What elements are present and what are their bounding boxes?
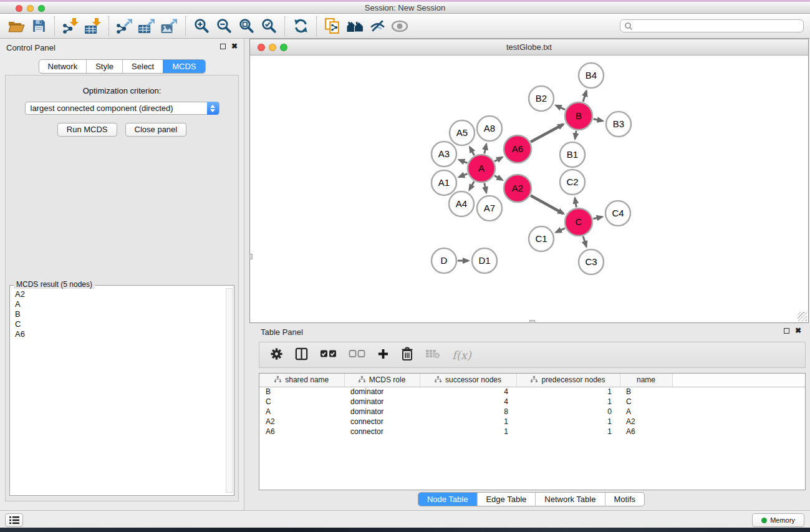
duplicate-network-icon[interactable] xyxy=(321,16,344,37)
graph-edge-B-B1[interactable] xyxy=(575,131,576,139)
tab-mcds[interactable]: MCDS xyxy=(163,60,205,73)
result-item[interactable]: C xyxy=(15,319,223,329)
table-cell[interactable]: dominator xyxy=(344,397,420,407)
graph-node-D[interactable]: D xyxy=(432,248,456,273)
graph-node-A5[interactable]: A5 xyxy=(450,120,475,145)
graph-node-A7[interactable]: A7 xyxy=(477,196,502,221)
graph-node-A8[interactable]: A8 xyxy=(477,116,502,141)
open-session-icon[interactable] xyxy=(5,16,27,37)
close-panel-icon[interactable]: ✖ xyxy=(795,327,801,334)
criterion-select[interactable]: largest connected component (directed) xyxy=(25,102,219,115)
result-item[interactable]: A xyxy=(15,299,223,309)
zoom-selected-icon[interactable] xyxy=(258,16,280,37)
graph-edge-A-A4[interactable] xyxy=(470,181,475,190)
graph-node-D1[interactable]: D1 xyxy=(472,248,497,273)
search-field[interactable] xyxy=(620,19,804,32)
graph-edge-A-A6[interactable] xyxy=(494,157,502,161)
tab-style[interactable]: Style xyxy=(86,60,122,73)
graph-node-A2[interactable]: A2 xyxy=(504,175,531,202)
result-item[interactable]: B xyxy=(15,309,223,319)
save-session-icon[interactable] xyxy=(27,16,50,37)
column-header-successor-nodes[interactable]: successor nodes xyxy=(420,374,516,387)
show-columns-icon[interactable] xyxy=(295,347,308,363)
tab-network[interactable]: Network xyxy=(39,60,86,73)
delete-column-icon[interactable] xyxy=(401,347,413,363)
graph-edge-A-A1[interactable] xyxy=(459,174,467,177)
graph-edge-A-A3[interactable] xyxy=(459,160,467,163)
mcds-result-list[interactable]: A2ABCA6 xyxy=(12,289,223,493)
table-cell[interactable]: 4 xyxy=(420,397,516,407)
graph-node-C1[interactable]: C1 xyxy=(529,226,554,251)
graph-edge-C-C2[interactable] xyxy=(575,198,576,208)
table-row[interactable]: Bdominator41B xyxy=(259,387,805,397)
refresh-layout-icon[interactable] xyxy=(289,16,312,37)
table-cell[interactable]: 1 xyxy=(516,427,620,437)
import-network-icon[interactable] xyxy=(59,16,82,37)
table-cell[interactable]: connector xyxy=(344,427,420,437)
graph-node-A4[interactable]: A4 xyxy=(449,191,474,216)
table-cell[interactable]: A xyxy=(620,407,672,417)
memory-button[interactable]: Memory xyxy=(752,513,804,527)
graph-edge-A-A8[interactable] xyxy=(485,144,486,153)
result-scrollbar[interactable] xyxy=(226,288,233,493)
tab-network-table[interactable]: Network Table xyxy=(535,493,604,506)
table-cell[interactable]: connector xyxy=(344,417,420,427)
table-cell[interactable]: 8 xyxy=(420,407,516,417)
node-table[interactable]: shared nameMCDS rolesuccessor nodesprede… xyxy=(259,373,806,490)
table-cell[interactable]: 1 xyxy=(516,417,620,427)
close-panel-button[interactable]: Close panel xyxy=(125,123,187,137)
table-cell[interactable]: A xyxy=(259,407,344,417)
window-grip[interactable] xyxy=(249,254,253,259)
run-mcds-button[interactable]: Run MCDS xyxy=(57,123,117,137)
table-cell[interactable]: 1 xyxy=(420,427,516,437)
table-cell[interactable]: 0 xyxy=(516,407,620,417)
graph-node-C2[interactable]: C2 xyxy=(560,170,585,195)
zoom-in-icon[interactable] xyxy=(190,16,213,37)
table-cell[interactable]: B xyxy=(620,387,672,397)
window-grip[interactable] xyxy=(529,320,535,323)
tab-motifs[interactable]: Motifs xyxy=(604,493,644,506)
table-cell[interactable]: B xyxy=(259,387,344,397)
table-cell[interactable]: A2 xyxy=(620,417,672,427)
table-cell[interactable]: A6 xyxy=(620,427,672,437)
graph-node-B1[interactable]: B1 xyxy=(560,142,585,167)
table-row[interactable]: Cdominator41C xyxy=(259,397,805,407)
select-all-icon[interactable] xyxy=(320,349,337,360)
float-panel-icon[interactable] xyxy=(220,44,226,49)
export-table-icon[interactable] xyxy=(136,16,158,37)
graph-edge-C-C3[interactable] xyxy=(583,236,586,246)
graph-node-A1[interactable]: A1 xyxy=(432,170,456,195)
graph-node-B4[interactable]: B4 xyxy=(579,63,604,88)
table-cell[interactable]: C xyxy=(259,397,344,407)
hide-graphics-details-icon[interactable] xyxy=(366,16,388,37)
result-item[interactable]: A6 xyxy=(15,329,223,339)
tab-select[interactable]: Select xyxy=(122,60,163,73)
graph-node-A[interactable]: A xyxy=(468,155,495,182)
table-cell[interactable]: A2 xyxy=(259,417,344,427)
result-item[interactable]: A2 xyxy=(15,289,223,299)
table-row[interactable]: A6connector11A6 xyxy=(259,427,805,437)
graph-node-C4[interactable]: C4 xyxy=(605,201,630,226)
zoom-out-icon[interactable] xyxy=(213,16,235,37)
network-graph[interactable]: AA1A2A3A4A5A6A7A8BB1B2B3B4CC1C2C3C4DD1 xyxy=(250,56,808,322)
graph-edge-C-C4[interactable] xyxy=(593,217,602,219)
search-input[interactable] xyxy=(633,22,803,31)
graph-edge-A6-B[interactable] xyxy=(531,124,563,142)
graph-node-B[interactable]: B xyxy=(565,102,592,130)
graph-edge-B-B4[interactable] xyxy=(583,91,586,102)
graph-node-A3[interactable]: A3 xyxy=(432,142,456,167)
graph-edge-A2-C[interactable] xyxy=(531,196,563,214)
graph-node-A6[interactable]: A6 xyxy=(504,135,531,163)
table-settings-icon[interactable] xyxy=(270,347,283,363)
close-panel-icon[interactable]: ✖ xyxy=(231,43,238,49)
graph-edge-C-C1[interactable] xyxy=(556,228,565,232)
graph-node-B3[interactable]: B3 xyxy=(606,112,631,137)
table-cell[interactable]: 1 xyxy=(516,397,620,407)
resize-grip[interactable] xyxy=(798,312,807,321)
export-image-icon[interactable] xyxy=(158,16,181,37)
graph-edge-A-A5[interactable] xyxy=(470,147,474,155)
column-header-shared-name[interactable]: shared name xyxy=(259,374,344,387)
graph-edge-A-A2[interactable] xyxy=(494,176,502,180)
table-row[interactable]: Adominator80A xyxy=(259,407,805,417)
column-header-predecessor-nodes[interactable]: predecessor nodes xyxy=(516,374,620,387)
